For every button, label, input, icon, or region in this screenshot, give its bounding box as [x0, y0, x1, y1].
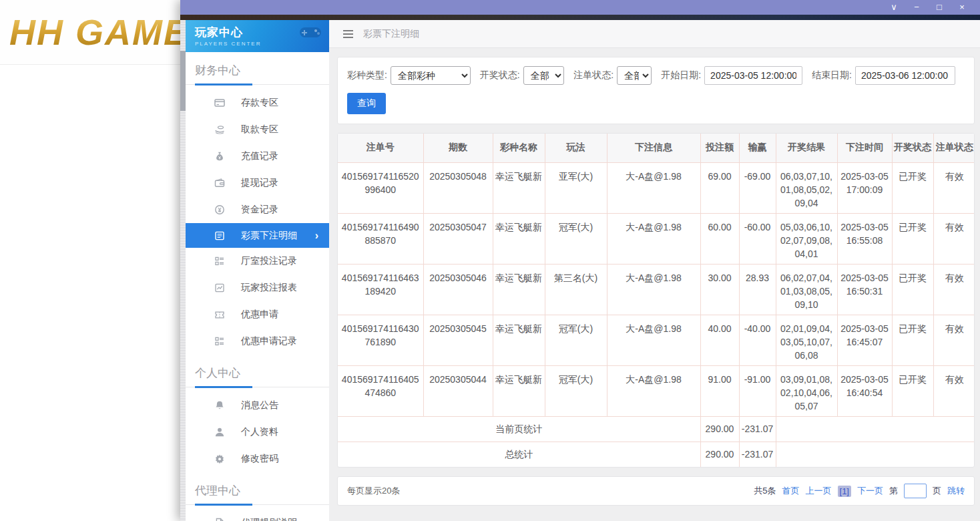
sidebar-item[interactable]: 取款专区 [186, 116, 329, 143]
sidebar: 玩家中心 PLAYERS CENTER 财务中心存款专区取款专区充值记录提现记录… [186, 20, 329, 521]
window-accent-strip [180, 15, 980, 20]
cell-amount: 60.00 [700, 213, 739, 264]
sidebar-section-header: 财务中心 [186, 56, 329, 85]
cell-time: 2025-03-05 16:45:07 [837, 315, 892, 365]
column-header: 开奖结果 [776, 134, 837, 162]
table-row: 40156917411649088587020250305047幸运飞艇新冠军(… [338, 213, 975, 264]
minimize-button[interactable]: − [905, 0, 928, 15]
bet-status-select[interactable]: 全部 [617, 66, 652, 85]
sidebar-item[interactable]: 个人资料 [186, 419, 329, 446]
cell-issue: 20250305044 [423, 365, 493, 416]
sidebar-item[interactable]: 消息公告 [186, 392, 329, 419]
bet-table-panel: 注单号期数彩种名称玩法下注信息投注额输赢开奖结果下注时间开奖状态注单状态4015… [337, 133, 975, 468]
cell-result: 05,03,06,10,02,07,09,08,04,01 [776, 213, 837, 264]
cell-result: 06,03,07,10,01,08,05,02,09,04 [776, 162, 837, 213]
sidebar-item[interactable]: 存款专区 [186, 90, 329, 116]
sidebar-nav: 财务中心存款专区取款专区充值记录提现记录资金记录彩票下注明细›厅室投注记录玩家投… [186, 56, 329, 521]
draw-status-label: 开奖状态: [480, 69, 520, 81]
sidebar-item[interactable]: 充值记录 [186, 143, 329, 170]
cell-time: 2025-03-05 16:40:54 [837, 365, 892, 416]
end-date-input[interactable] [855, 66, 955, 85]
cell-amount: 91.00 [700, 365, 739, 416]
column-header: 下注时间 [837, 134, 892, 162]
summary-bet-total: 290.00 [700, 442, 739, 467]
sidebar-item-label: 资金记录 [241, 204, 278, 216]
cell-bet_info: 大-A盘@1.98 [607, 315, 700, 365]
sidebar-item[interactable]: 彩票下注明细› [186, 223, 329, 248]
summary-label: 总统计 [338, 442, 700, 467]
sidebar-item[interactable]: 优惠申请记录 [186, 328, 329, 355]
cell-time: 2025-03-05 17:00:09 [837, 162, 892, 213]
cell-bet_no: 401569174116490885870 [338, 213, 423, 264]
draw-status-select[interactable]: 全部 [523, 66, 565, 85]
cell-bet_info: 大-A盘@1.98 [607, 213, 700, 264]
maximize-button[interactable]: □ [928, 0, 951, 15]
sidebar-item[interactable]: 提现记录 [186, 170, 329, 196]
start-date-input[interactable] [704, 66, 802, 85]
cell-bet_status: 有效 [933, 264, 975, 315]
sidebar-item-label: 厅室投注记录 [241, 255, 297, 267]
cell-draw_status: 已开奖 [892, 264, 933, 315]
jump-prefix-label: 第 [889, 485, 898, 497]
cell-lottery: 幸运飞艇新 [493, 315, 545, 365]
first-page-link[interactable]: 首页 [782, 485, 800, 497]
cell-winloss: -69.00 [739, 162, 776, 213]
summary-empty [776, 442, 975, 467]
lottery-type-select[interactable]: 全部彩种 [391, 66, 471, 85]
prev-page-link[interactable]: 上一页 [806, 485, 832, 497]
cell-bet_status: 有效 [933, 213, 975, 264]
cell-result: 02,01,09,04,03,05,10,07,06,08 [776, 315, 837, 365]
cell-amount: 69.00 [700, 162, 739, 213]
cell-lottery: 幸运飞艇新 [493, 162, 545, 213]
record-list-icon [214, 336, 225, 347]
sidebar-item[interactable]: 修改密码 [186, 446, 329, 472]
jump-button[interactable]: 跳转 [947, 485, 965, 497]
summary-bet-total: 290.00 [700, 416, 739, 442]
sidebar-item-label: 充值记录 [241, 150, 278, 162]
app-window: ∨−□× 玩家中心 PLAYERS CENTER 财务中心存款专区取 [180, 0, 980, 521]
start-date-label: 开始日期: [661, 69, 701, 81]
page-jump-input[interactable] [904, 484, 927, 498]
cell-amount: 30.00 [700, 264, 739, 315]
sidebar-item-label: 彩票下注明细 [241, 230, 297, 242]
total-summary-row: 总统计290.00-231.07 [338, 442, 975, 467]
cell-play: 冠军(大) [545, 315, 607, 365]
chevron-down-button[interactable]: ∨ [883, 0, 905, 15]
sidebar-item[interactable]: 代理规则说明 [186, 510, 329, 521]
sidebar-item[interactable]: 玩家投注报表 [186, 275, 329, 301]
scrollbar-thumb[interactable] [180, 51, 186, 111]
cell-bet_no: 401569174116405474860 [338, 365, 423, 416]
query-button[interactable]: 查询 [347, 93, 386, 114]
sidebar-item[interactable]: 厅室投注记录 [186, 248, 329, 275]
sidebar-item[interactable]: 优惠申请 [186, 301, 329, 328]
cell-bet_status: 有效 [933, 162, 975, 213]
sidebar-item-label: 提现记录 [241, 177, 278, 189]
hh-game-logo: HH GAME [9, 11, 189, 53]
next-page-link[interactable]: 下一页 [857, 485, 883, 497]
close-button[interactable]: × [951, 0, 973, 15]
sidebar-item-label: 消息公告 [241, 399, 278, 411]
cell-winloss: 28.93 [739, 264, 776, 315]
bet-list-icon [214, 230, 225, 241]
gamepad-icon [297, 24, 324, 44]
cell-result: 03,09,01,08,02,10,04,06,05,07 [776, 365, 837, 416]
room-record-icon [214, 256, 225, 267]
cell-issue: 20250305048 [423, 162, 493, 213]
table-row: 40156917411640547486020250305044幸运飞艇新冠军(… [338, 365, 975, 416]
total-count: 共5条 [754, 485, 776, 497]
sidebar-item-label: 代理规则说明 [241, 517, 297, 521]
table-row: 40156917411643076189020250305045幸运飞艇新冠军(… [338, 315, 975, 365]
column-header: 彩种名称 [493, 134, 545, 162]
sidebar-section-header: 代理中心 [186, 476, 329, 505]
cell-play: 亚军(大) [545, 162, 607, 213]
sidebar-item[interactable]: 资金记录 [186, 196, 329, 223]
page-summary-row: 当前页统计290.00-231.07 [338, 416, 975, 442]
bet-status-label: 注单状态: [573, 69, 614, 81]
table-row: 40156917411652099640020250305048幸运飞艇新亚军(… [338, 162, 975, 213]
chevron-right-icon: › [315, 230, 318, 242]
summary-winloss-total: -231.07 [739, 416, 776, 442]
window-scrollbar[interactable] [180, 20, 186, 521]
current-page-indicator: [1] [838, 486, 851, 497]
hamburger-menu-icon[interactable] [342, 29, 354, 39]
user-icon [214, 427, 225, 438]
